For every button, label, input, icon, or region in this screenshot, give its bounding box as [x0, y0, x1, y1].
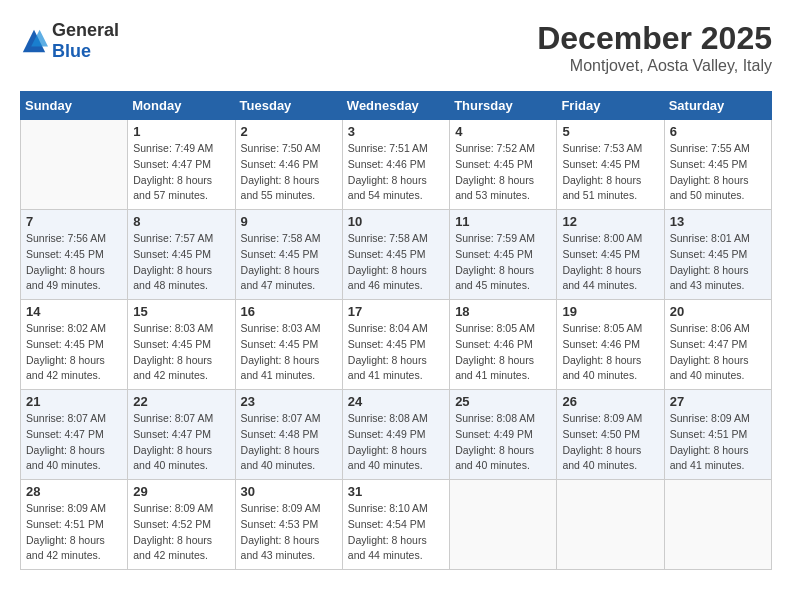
calendar-day-cell: 25Sunrise: 8:08 AM Sunset: 4:49 PM Dayli… — [450, 390, 557, 480]
calendar-day-cell: 24Sunrise: 8:08 AM Sunset: 4:49 PM Dayli… — [342, 390, 449, 480]
day-number: 22 — [133, 394, 229, 409]
calendar-day-cell: 16Sunrise: 8:03 AM Sunset: 4:45 PM Dayli… — [235, 300, 342, 390]
header: General Blue December 2025 Montjovet, Ao… — [20, 20, 772, 75]
calendar-day-cell: 7Sunrise: 7:56 AM Sunset: 4:45 PM Daylig… — [21, 210, 128, 300]
calendar-day-cell: 3Sunrise: 7:51 AM Sunset: 4:46 PM Daylig… — [342, 120, 449, 210]
day-number: 27 — [670, 394, 766, 409]
day-number: 24 — [348, 394, 444, 409]
day-info: Sunrise: 8:03 AM Sunset: 4:45 PM Dayligh… — [133, 321, 229, 384]
calendar-day-cell: 28Sunrise: 8:09 AM Sunset: 4:51 PM Dayli… — [21, 480, 128, 570]
title-area: December 2025 Montjovet, Aosta Valley, I… — [537, 20, 772, 75]
logo-general-text: General — [52, 20, 119, 40]
day-info: Sunrise: 8:05 AM Sunset: 4:46 PM Dayligh… — [562, 321, 658, 384]
day-info: Sunrise: 8:01 AM Sunset: 4:45 PM Dayligh… — [670, 231, 766, 294]
day-info: Sunrise: 8:09 AM Sunset: 4:51 PM Dayligh… — [26, 501, 122, 564]
day-info: Sunrise: 8:07 AM Sunset: 4:48 PM Dayligh… — [241, 411, 337, 474]
day-info: Sunrise: 8:05 AM Sunset: 4:46 PM Dayligh… — [455, 321, 551, 384]
calendar-day-cell: 19Sunrise: 8:05 AM Sunset: 4:46 PM Dayli… — [557, 300, 664, 390]
day-info: Sunrise: 8:00 AM Sunset: 4:45 PM Dayligh… — [562, 231, 658, 294]
day-number: 8 — [133, 214, 229, 229]
day-info: Sunrise: 7:56 AM Sunset: 4:45 PM Dayligh… — [26, 231, 122, 294]
day-number: 6 — [670, 124, 766, 139]
calendar-day-cell: 4Sunrise: 7:52 AM Sunset: 4:45 PM Daylig… — [450, 120, 557, 210]
day-number: 17 — [348, 304, 444, 319]
day-info: Sunrise: 8:02 AM Sunset: 4:45 PM Dayligh… — [26, 321, 122, 384]
calendar-day-cell — [21, 120, 128, 210]
logo-icon — [20, 27, 48, 55]
calendar-day-cell: 29Sunrise: 8:09 AM Sunset: 4:52 PM Dayli… — [128, 480, 235, 570]
day-info: Sunrise: 7:55 AM Sunset: 4:45 PM Dayligh… — [670, 141, 766, 204]
day-of-week-header: Friday — [557, 92, 664, 120]
calendar-week-row: 1Sunrise: 7:49 AM Sunset: 4:47 PM Daylig… — [21, 120, 772, 210]
day-info: Sunrise: 8:07 AM Sunset: 4:47 PM Dayligh… — [26, 411, 122, 474]
day-info: Sunrise: 8:09 AM Sunset: 4:53 PM Dayligh… — [241, 501, 337, 564]
calendar-day-cell — [557, 480, 664, 570]
day-number: 10 — [348, 214, 444, 229]
day-number: 12 — [562, 214, 658, 229]
day-number: 3 — [348, 124, 444, 139]
calendar-week-row: 14Sunrise: 8:02 AM Sunset: 4:45 PM Dayli… — [21, 300, 772, 390]
day-info: Sunrise: 8:09 AM Sunset: 4:51 PM Dayligh… — [670, 411, 766, 474]
calendar-week-row: 7Sunrise: 7:56 AM Sunset: 4:45 PM Daylig… — [21, 210, 772, 300]
calendar-day-cell: 23Sunrise: 8:07 AM Sunset: 4:48 PM Dayli… — [235, 390, 342, 480]
day-info: Sunrise: 7:50 AM Sunset: 4:46 PM Dayligh… — [241, 141, 337, 204]
month-title: December 2025 — [537, 20, 772, 57]
day-number: 26 — [562, 394, 658, 409]
day-info: Sunrise: 7:52 AM Sunset: 4:45 PM Dayligh… — [455, 141, 551, 204]
day-of-week-header: Tuesday — [235, 92, 342, 120]
calendar-day-cell: 21Sunrise: 8:07 AM Sunset: 4:47 PM Dayli… — [21, 390, 128, 480]
day-number: 31 — [348, 484, 444, 499]
calendar-day-cell: 6Sunrise: 7:55 AM Sunset: 4:45 PM Daylig… — [664, 120, 771, 210]
day-of-week-header: Wednesday — [342, 92, 449, 120]
calendar-day-cell: 31Sunrise: 8:10 AM Sunset: 4:54 PM Dayli… — [342, 480, 449, 570]
day-number: 18 — [455, 304, 551, 319]
day-number: 11 — [455, 214, 551, 229]
calendar-day-cell: 1Sunrise: 7:49 AM Sunset: 4:47 PM Daylig… — [128, 120, 235, 210]
location-title: Montjovet, Aosta Valley, Italy — [537, 57, 772, 75]
calendar-day-cell: 5Sunrise: 7:53 AM Sunset: 4:45 PM Daylig… — [557, 120, 664, 210]
day-number: 15 — [133, 304, 229, 319]
day-number: 30 — [241, 484, 337, 499]
calendar-day-cell — [450, 480, 557, 570]
day-info: Sunrise: 7:51 AM Sunset: 4:46 PM Dayligh… — [348, 141, 444, 204]
day-number: 1 — [133, 124, 229, 139]
day-info: Sunrise: 7:53 AM Sunset: 4:45 PM Dayligh… — [562, 141, 658, 204]
calendar-day-cell: 10Sunrise: 7:58 AM Sunset: 4:45 PM Dayli… — [342, 210, 449, 300]
calendar-day-cell — [664, 480, 771, 570]
day-number: 2 — [241, 124, 337, 139]
day-info: Sunrise: 7:49 AM Sunset: 4:47 PM Dayligh… — [133, 141, 229, 204]
calendar-week-row: 28Sunrise: 8:09 AM Sunset: 4:51 PM Dayli… — [21, 480, 772, 570]
calendar-day-cell: 30Sunrise: 8:09 AM Sunset: 4:53 PM Dayli… — [235, 480, 342, 570]
calendar-day-cell: 2Sunrise: 7:50 AM Sunset: 4:46 PM Daylig… — [235, 120, 342, 210]
day-of-week-header: Sunday — [21, 92, 128, 120]
day-number: 29 — [133, 484, 229, 499]
calendar-day-cell: 14Sunrise: 8:02 AM Sunset: 4:45 PM Dayli… — [21, 300, 128, 390]
day-info: Sunrise: 8:08 AM Sunset: 4:49 PM Dayligh… — [455, 411, 551, 474]
calendar-header-row: SundayMondayTuesdayWednesdayThursdayFrid… — [21, 92, 772, 120]
logo-blue-text: Blue — [52, 41, 91, 61]
calendar-day-cell: 20Sunrise: 8:06 AM Sunset: 4:47 PM Dayli… — [664, 300, 771, 390]
day-number: 13 — [670, 214, 766, 229]
day-number: 14 — [26, 304, 122, 319]
day-of-week-header: Saturday — [664, 92, 771, 120]
day-info: Sunrise: 7:58 AM Sunset: 4:45 PM Dayligh… — [241, 231, 337, 294]
calendar-day-cell: 15Sunrise: 8:03 AM Sunset: 4:45 PM Dayli… — [128, 300, 235, 390]
calendar-day-cell: 13Sunrise: 8:01 AM Sunset: 4:45 PM Dayli… — [664, 210, 771, 300]
day-number: 4 — [455, 124, 551, 139]
day-of-week-header: Monday — [128, 92, 235, 120]
day-number: 7 — [26, 214, 122, 229]
day-info: Sunrise: 7:57 AM Sunset: 4:45 PM Dayligh… — [133, 231, 229, 294]
calendar-day-cell: 12Sunrise: 8:00 AM Sunset: 4:45 PM Dayli… — [557, 210, 664, 300]
day-info: Sunrise: 8:09 AM Sunset: 4:52 PM Dayligh… — [133, 501, 229, 564]
calendar-day-cell: 11Sunrise: 7:59 AM Sunset: 4:45 PM Dayli… — [450, 210, 557, 300]
day-info: Sunrise: 7:58 AM Sunset: 4:45 PM Dayligh… — [348, 231, 444, 294]
calendar-week-row: 21Sunrise: 8:07 AM Sunset: 4:47 PM Dayli… — [21, 390, 772, 480]
calendar-day-cell: 26Sunrise: 8:09 AM Sunset: 4:50 PM Dayli… — [557, 390, 664, 480]
day-info: Sunrise: 8:03 AM Sunset: 4:45 PM Dayligh… — [241, 321, 337, 384]
calendar-day-cell: 8Sunrise: 7:57 AM Sunset: 4:45 PM Daylig… — [128, 210, 235, 300]
day-of-week-header: Thursday — [450, 92, 557, 120]
day-number: 25 — [455, 394, 551, 409]
calendar: SundayMondayTuesdayWednesdayThursdayFrid… — [20, 91, 772, 570]
calendar-day-cell: 27Sunrise: 8:09 AM Sunset: 4:51 PM Dayli… — [664, 390, 771, 480]
calendar-day-cell: 18Sunrise: 8:05 AM Sunset: 4:46 PM Dayli… — [450, 300, 557, 390]
